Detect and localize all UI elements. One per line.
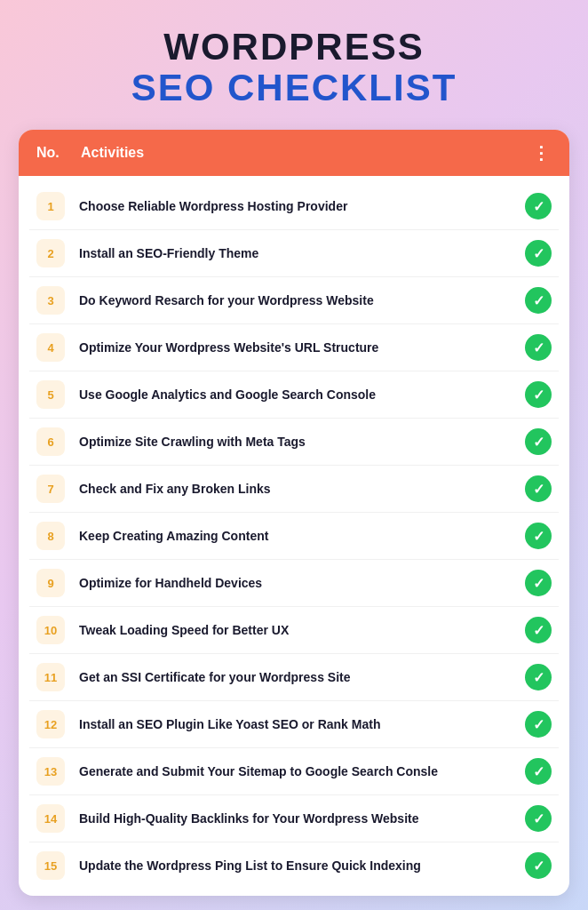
title-wordpress: WORDPRESS bbox=[131, 27, 457, 68]
row-text: Tweak Loading Speed for Better UX bbox=[79, 622, 516, 638]
title-section: WORDPRESS SEO CHECKLIST bbox=[131, 27, 457, 108]
row-text: Do Keyword Resarch for your Wordpress We… bbox=[79, 292, 516, 308]
row-number: 8 bbox=[36, 522, 65, 550]
check-icon[interactable] bbox=[525, 287, 552, 314]
check-icon[interactable] bbox=[525, 805, 552, 832]
check-icon[interactable] bbox=[525, 570, 552, 596]
row-text: Install an SEO-Friendly Theme bbox=[79, 245, 516, 261]
checklist-row[interactable]: 12Install an SEO Plugin Like Yoast SEO o… bbox=[29, 701, 559, 748]
row-number: 3 bbox=[36, 286, 65, 315]
title-seo: SEO CHECKLIST bbox=[131, 68, 457, 108]
check-icon[interactable] bbox=[525, 475, 552, 502]
check-icon[interactable] bbox=[525, 240, 552, 267]
row-text: Check and Fix any Broken Links bbox=[79, 481, 516, 497]
checklist-row[interactable]: 13Generate and Submit Your Sitemap to Go… bbox=[29, 748, 559, 795]
row-text: Get an SSI Certificate for your Wordpres… bbox=[79, 669, 516, 685]
checklist-row[interactable]: 8Keep Creating Amazing Content bbox=[29, 513, 559, 560]
row-number: 11 bbox=[36, 663, 65, 691]
check-icon[interactable] bbox=[525, 381, 552, 408]
check-icon[interactable] bbox=[525, 758, 552, 785]
row-text: Choose Reliable Wordpress Hosting Provid… bbox=[79, 198, 516, 214]
row-number: 15 bbox=[36, 851, 65, 880]
checklist-row[interactable]: 7Check and Fix any Broken Links bbox=[29, 466, 559, 513]
row-number: 12 bbox=[36, 710, 65, 738]
row-text: Optimize for Handheld Devices bbox=[79, 575, 516, 591]
check-icon[interactable] bbox=[525, 852, 552, 879]
main-container: WORDPRESS SEO CHECKLIST No. Activities ⋮… bbox=[19, 27, 569, 896]
checklist-row[interactable]: 9Optimize for Handheld Devices bbox=[29, 560, 559, 607]
header-activities: Activities bbox=[81, 145, 532, 161]
checklist-rows: 1Choose Reliable Wordpress Hosting Provi… bbox=[19, 176, 569, 896]
check-icon[interactable] bbox=[525, 523, 552, 549]
row-text: Install an SEO Plugin Like Yoast SEO or … bbox=[79, 716, 516, 732]
row-text: Build High-Quality Backlinks for Your Wo… bbox=[79, 810, 516, 826]
row-number: 5 bbox=[36, 380, 65, 409]
header-no: No. bbox=[36, 145, 81, 161]
checklist-row[interactable]: 10Tweak Loading Speed for Better UX bbox=[29, 607, 559, 654]
row-number: 13 bbox=[36, 757, 65, 786]
checklist-row[interactable]: 2Install an SEO-Friendly Theme bbox=[29, 230, 559, 277]
row-text: Optimize Site Crawling with Meta Tags bbox=[79, 434, 516, 450]
checklist-row[interactable]: 14Build High-Quality Backlinks for Your … bbox=[29, 795, 559, 842]
row-text: Generate and Submit Your Sitemap to Goog… bbox=[79, 763, 516, 779]
check-icon[interactable] bbox=[525, 334, 552, 361]
row-text: Keep Creating Amazing Content bbox=[79, 528, 516, 544]
check-icon[interactable] bbox=[525, 664, 552, 690]
checklist-row[interactable]: 5Use Google Analytics and Google Search … bbox=[29, 371, 559, 419]
row-text: Update the Wordpress Ping List to Ensure… bbox=[79, 858, 516, 874]
checklist-row[interactable]: 11Get an SSI Certificate for your Wordpr… bbox=[29, 654, 559, 701]
row-text: Optimize Your Wordpress Website's URL St… bbox=[79, 339, 516, 355]
checklist-row[interactable]: 6Optimize Site Crawling with Meta Tags bbox=[29, 419, 559, 466]
row-number: 9 bbox=[36, 569, 65, 597]
row-number: 7 bbox=[36, 475, 65, 503]
check-icon[interactable] bbox=[525, 711, 552, 738]
checklist-card: No. Activities ⋮ 1Choose Reliable Wordpr… bbox=[19, 130, 569, 896]
check-icon[interactable] bbox=[525, 617, 552, 643]
check-icon[interactable] bbox=[525, 193, 552, 220]
row-text: Use Google Analytics and Google Search C… bbox=[79, 387, 516, 403]
checklist-row[interactable]: 15Update the Wordpress Ping List to Ensu… bbox=[29, 842, 559, 889]
table-header: No. Activities ⋮ bbox=[19, 130, 569, 176]
row-number: 2 bbox=[36, 239, 65, 267]
checklist-row[interactable]: 3Do Keyword Resarch for your Wordpress W… bbox=[29, 277, 559, 324]
check-icon[interactable] bbox=[525, 428, 552, 455]
row-number: 14 bbox=[36, 804, 65, 833]
header-dots[interactable]: ⋮ bbox=[532, 142, 552, 164]
row-number: 1 bbox=[36, 192, 65, 220]
row-number: 6 bbox=[36, 427, 65, 456]
checklist-row[interactable]: 1Choose Reliable Wordpress Hosting Provi… bbox=[29, 183, 559, 230]
row-number: 10 bbox=[36, 616, 65, 644]
row-number: 4 bbox=[36, 333, 65, 362]
checklist-row[interactable]: 4Optimize Your Wordpress Website's URL S… bbox=[29, 324, 559, 371]
